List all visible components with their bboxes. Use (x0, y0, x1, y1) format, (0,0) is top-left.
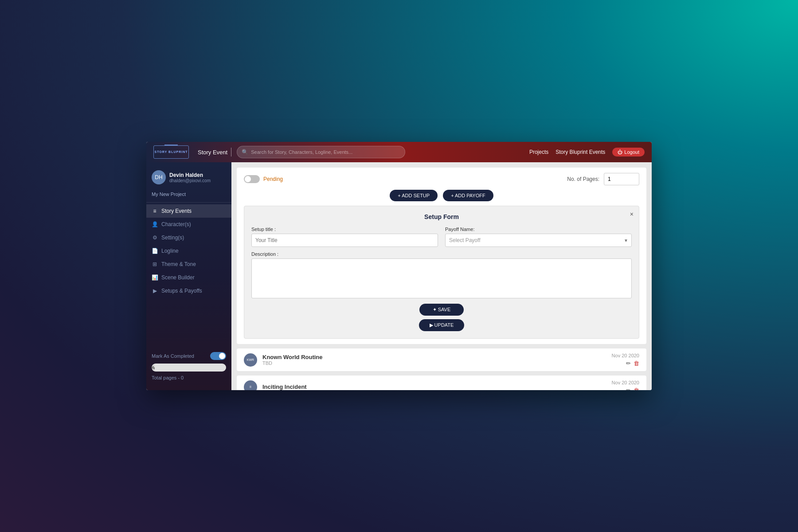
user-name: Devin Halden (169, 172, 211, 178)
payoff-name-label: Payoff Name: (445, 227, 632, 232)
delete-icon[interactable]: 🗑 (634, 387, 639, 390)
event-item-inciting-incident: II Inciting Incident Nov 20 2020 ✏ 🗑 (237, 376, 646, 390)
setup-title-input[interactable] (251, 234, 438, 247)
event-info: Known World Routine TBD (262, 354, 606, 366)
mark-completed-toggle[interactable] (210, 352, 226, 360)
form-row-title: Setup title : Payoff Name: Select Payoff… (251, 227, 632, 247)
mark-completed-row: Mark As Completed (152, 352, 226, 360)
mark-completed-label: Mark As Completed (152, 353, 194, 359)
close-button[interactable]: × (630, 211, 634, 218)
event-date: Nov 20 2020 (612, 353, 639, 358)
sidebar-divider (146, 202, 231, 203)
power-icon: ⏻ (618, 149, 622, 155)
sidebar-item-story-events[interactable]: ≡ Story Events (146, 204, 231, 218)
navbar: STORY BLUPRINT Story Event 🔍 Projects St… (146, 142, 652, 162)
logout-button[interactable]: ⏻ Logout (612, 148, 645, 156)
pending-label: Pending (263, 176, 283, 182)
sidebar-item-logline[interactable]: 📄 Logline (146, 244, 231, 258)
navbar-right: Projects Story Bluprint Events ⏻ Logout (529, 148, 645, 156)
payoff-select[interactable]: Select Payoff (445, 234, 632, 247)
no-of-pages-label: No. of Pages: (567, 176, 599, 182)
sidebar-item-label: Setting(s) (161, 235, 184, 241)
top-card: Pending No. of Pages: + ADD SETUP + ADD … (237, 168, 646, 344)
event-right: Nov 20 2020 ✏ 🗑 (612, 380, 639, 390)
settings-icon: ⚙ (152, 235, 158, 241)
story-events-icon: ≡ (152, 208, 158, 214)
sidebar-item-theme-tone[interactable]: ⊞ Theme & Tone (146, 258, 231, 271)
sidebar-item-label: Logline (161, 248, 179, 254)
description-label: Description : (251, 251, 632, 257)
edit-icon[interactable]: ✏ (626, 360, 631, 367)
sidebar-item-settings[interactable]: ⚙ Setting(s) (146, 231, 231, 244)
sidebar-item-label: Scene Builder (161, 274, 195, 281)
navbar-page-title: Story Event (198, 149, 227, 156)
navbar-divider (231, 148, 231, 156)
logline-icon: 📄 (152, 248, 158, 254)
logo: STORY BLUPRINT (153, 145, 189, 159)
progress-bar-container: 0% (152, 364, 226, 372)
sidebar-item-label: Setups & Payoffs (161, 288, 202, 294)
add-setup-button[interactable]: + ADD SETUP (390, 190, 438, 201)
top-card-header: Pending No. of Pages: (244, 173, 639, 185)
sidebar-item-label: Character(s) (161, 221, 191, 227)
content-inner: Pending No. of Pages: + ADD SETUP + ADD … (231, 162, 652, 390)
events-link[interactable]: Story Bluprint Events (555, 149, 605, 155)
avatar: DH (152, 170, 166, 184)
add-buttons-row: + ADD SETUP + ADD PAYOFF (244, 190, 639, 201)
logo-text: STORY BLUPRINT (155, 150, 188, 154)
avatar: KWR (244, 353, 257, 367)
event-info: Inciting Incident (262, 383, 606, 390)
payoff-select-wrapper: Select Payoff ▼ (445, 234, 632, 247)
setup-form-title: Setup Form (251, 213, 632, 220)
event-item-known-world-routine: KWR Known World Routine TBD Nov 20 2020 … (237, 348, 646, 371)
logo-box: STORY BLUPRINT (153, 145, 189, 159)
search-bar[interactable]: 🔍 (237, 146, 405, 158)
user-email: dhalden@pixovi.com (169, 178, 211, 183)
sidebar-item-label: Story Events (161, 208, 192, 214)
project-label: My New Project (146, 190, 231, 200)
event-right: Nov 20 2020 ✏ 🗑 (612, 353, 639, 367)
event-actions: ✏ 🗑 (626, 360, 639, 367)
search-input[interactable] (251, 149, 400, 155)
update-button[interactable]: ▶ UPDATE (419, 319, 465, 331)
avatar: II (244, 380, 257, 391)
setups-payoffs-icon: ▶ (152, 288, 158, 294)
user-info: Devin Halden dhalden@pixovi.com (169, 172, 211, 183)
setup-title-label: Setup title : (251, 227, 438, 232)
total-pages-label: Total pages - 0 (152, 375, 226, 380)
main-layout: DH Devin Halden dhalden@pixovi.com My Ne… (146, 162, 652, 390)
user-section: DH Devin Halden dhalden@pixovi.com (146, 167, 231, 190)
pending-toggle-row: Pending (244, 175, 283, 183)
description-textarea[interactable] (251, 258, 632, 298)
event-title: Known World Routine (262, 354, 606, 360)
form-actions: ✦ SAVE ▶ UPDATE (251, 304, 632, 331)
pending-toggle[interactable] (244, 175, 260, 183)
pages-input[interactable] (604, 173, 639, 185)
event-date: Nov 20 2020 (612, 380, 639, 385)
save-button[interactable]: ✦ SAVE (419, 304, 464, 316)
search-icon: 🔍 (242, 149, 248, 155)
sidebar-item-scene-builder[interactable]: 📊 Scene Builder (146, 271, 231, 284)
setup-form: Setup Form × Setup title : Payoff Name: (244, 206, 639, 339)
content-area: Pending No. of Pages: + ADD SETUP + ADD … (231, 162, 652, 390)
pages-row: No. of Pages: (567, 173, 639, 185)
event-title: Inciting Incident (262, 383, 606, 390)
sidebar-item-setups-payoffs[interactable]: ▶ Setups & Payoffs (146, 284, 231, 297)
edit-icon[interactable]: ✏ (626, 387, 631, 390)
delete-icon[interactable]: 🗑 (634, 360, 639, 367)
add-payoff-button[interactable]: + ADD PAYOFF (443, 190, 493, 201)
event-actions: ✏ 🗑 (626, 387, 639, 390)
sidebar-bottom: Mark As Completed 0% Total pages - 0 (146, 347, 231, 386)
theme-tone-icon: ⊞ (152, 261, 158, 267)
scene-builder-icon: 📊 (152, 274, 158, 281)
sidebar-item-label: Theme & Tone (161, 261, 196, 267)
sidebar: DH Devin Halden dhalden@pixovi.com My Ne… (146, 162, 231, 390)
characters-icon: 👤 (152, 221, 158, 227)
description-group: Description : (251, 251, 632, 298)
sidebar-item-characters[interactable]: 👤 Character(s) (146, 218, 231, 231)
setup-title-group: Setup title : (251, 227, 438, 247)
event-subtitle: TBD (262, 360, 606, 366)
projects-link[interactable]: Projects (529, 149, 548, 155)
payoff-name-group: Payoff Name: Select Payoff ▼ (445, 227, 632, 247)
